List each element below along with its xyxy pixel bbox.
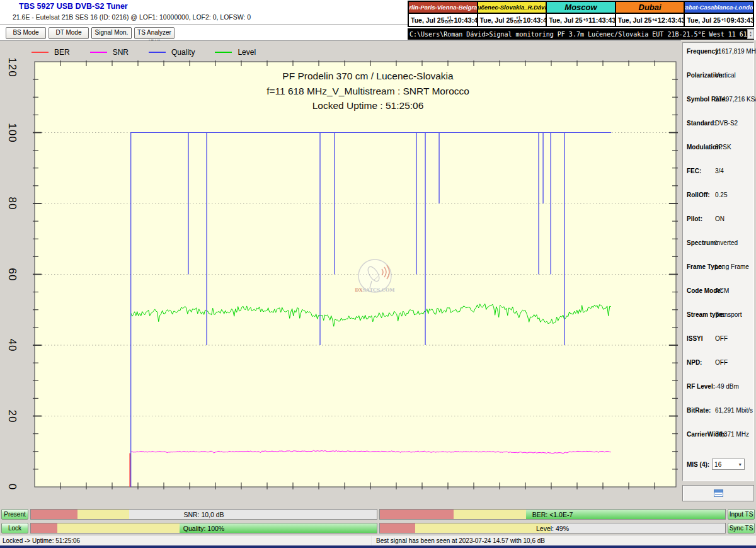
param-value: Transport: [715, 311, 742, 318]
spinner-down-icon[interactable]: ▼: [749, 34, 752, 37]
y-tick-label: 80: [6, 197, 18, 210]
param-value: Long Frame: [715, 263, 749, 270]
mis-dropdown[interactable]: 16▼: [712, 459, 745, 470]
clock-city-label: Berlin-Paris-Vienna-Belgrade: [409, 2, 477, 14]
param-value: 61,291 Mbit/s: [715, 407, 753, 414]
legend-label: Level: [238, 48, 256, 57]
meter-snr-label: SNR: 10,0 dB: [31, 510, 377, 519]
legend-line-swatch: [215, 52, 232, 53]
param-row: ISSYIOFF: [683, 335, 753, 359]
chart-legend: BERSNRQualityLevel: [32, 48, 276, 57]
param-row: FEC:3/4: [683, 168, 753, 191]
lock-uptime-status: Locked -> Uptime: 51:25:06: [3, 537, 80, 544]
y-tick-label: 40: [6, 339, 18, 352]
param-value: OFF: [715, 359, 728, 366]
param-row: Standard:DVB-S2: [683, 120, 753, 144]
legend-item-level: Level: [215, 48, 256, 57]
command-line[interactable]: C:\Users\Roman Dávid>Signal monitoring_P…: [408, 28, 754, 40]
status-bar: Locked -> Uptime: 51:25:06 Best signal h…: [0, 535, 756, 546]
command-line-text: C:\Users\Roman Dávid>Signal monitoring_P…: [408, 31, 747, 38]
tab-signal-mon-[interactable]: Signal Mon.: [91, 27, 132, 39]
y-tick-label: 0: [6, 484, 18, 490]
meters-bar: PresentSNR: 10,0 dBBER: <1.0E-7Input TSL…: [0, 507, 756, 535]
meter-level-label: Level: 49%: [380, 523, 725, 533]
param-value: ON: [715, 215, 724, 222]
clock-time: Tue, Jul 25+1DST10:43:43: [478, 14, 546, 26]
clock-cell: Lučenec-Slovakia_R.DávidTue, Jul 25+1DST…: [478, 2, 547, 26]
meter-snr: SNR: 10,0 dB: [30, 509, 377, 520]
chevron-down-icon: ▼: [738, 462, 742, 467]
param-row: Stream type:Transport: [683, 311, 753, 335]
clock-time-value: 11:43:43: [588, 16, 616, 24]
param-row: Polarization:Vertical: [683, 72, 753, 96]
signal-params-panel: Frequency:11617,819 MHzPolarization:Vert…: [682, 42, 754, 481]
legend-line-swatch: [149, 52, 166, 53]
y-tick-label: 20: [6, 409, 18, 423]
legend-label: Quality: [171, 48, 195, 57]
param-value: -49 dBm: [715, 383, 739, 390]
param-row: Spectrum:Inverted: [683, 239, 753, 263]
param-label: Spectrum:: [687, 239, 718, 246]
panel-toggle-button[interactable]: [682, 485, 754, 501]
clock-city-label: Moscow: [547, 2, 615, 14]
param-label: FEC:: [687, 168, 701, 174]
clock-date: Tue, Jul 25: [411, 16, 445, 24]
clock-date: Tue, Jul 25: [480, 16, 514, 24]
chart-title-line: PF Prodelin 370 cm / Lucenec-Slovakia: [60, 69, 676, 84]
chart-area: BERSNRQualityLevel 120100806040200 PF Pr…: [0, 40, 681, 508]
clock-city-label: Rabat-Casablanca-London: [685, 2, 753, 14]
tab-bs-mode[interactable]: BS Mode: [6, 27, 46, 39]
chart-title-line: f=11 618 MHz_V_Multistream : SNRT Morocc…: [60, 84, 676, 99]
meter-quality: Quality: 100%: [30, 523, 377, 534]
clock-utc-offset: +1DST: [445, 16, 454, 24]
clock-utc-offset: +1DST: [514, 16, 522, 24]
meter-row: LockQuality: 100%Level: 49%Sync TS: [0, 523, 756, 534]
sync-ts-button[interactable]: Sync TS: [728, 523, 755, 534]
app-title: TBS 5927 USB DVB-S2 Tuner: [19, 2, 128, 11]
param-value: 3/4: [715, 168, 724, 174]
lock-button[interactable]: Lock: [1, 523, 28, 534]
clock-time: Tue, Jul 25+412:43:43: [616, 14, 684, 26]
dxsatcs-watermark: DXSATCS.COM: [355, 258, 395, 298]
chart-title: PF Prodelin 370 cm / Lucenec-Slovakiaf=1…: [35, 69, 676, 113]
param-label: RollOff:: [687, 191, 710, 198]
param-value: DVB-S2: [715, 120, 738, 127]
clock-date: Tue, Jul 25: [618, 16, 652, 24]
best-signal-status: Best signal has been seen at 2023-07-24 …: [376, 537, 545, 544]
legend-line-swatch: [32, 52, 49, 53]
param-row: Pilot:ON: [683, 215, 753, 239]
present-button[interactable]: Present: [1, 509, 28, 520]
param-value: 34,371 MHz: [715, 431, 749, 438]
clock-time: Tue, Jul 25+1DST10:43:43: [409, 14, 477, 26]
clock-cell: Rabat-Casablanca-LondonTue, Jul 25+109:4…: [685, 2, 753, 26]
tuner-subtitle: 21.6E - Eutelsat 21B SES 16 (ID: 0216) @…: [13, 13, 251, 21]
param-row: Frame Type:Long Frame: [683, 263, 753, 287]
clock-time: Tue, Jul 25+109:43:43: [685, 14, 753, 26]
param-label: ISSYI: [687, 335, 703, 342]
mode-tabs: BS ModeDT ModeSignal Mon.TS Analyzer (OK…: [6, 27, 175, 39]
svg-text:DXSATCS.COM: DXSATCS.COM: [355, 287, 394, 293]
clock-utc-offset: +4: [652, 18, 656, 22]
clock-utc-offset: +1: [721, 18, 726, 22]
param-row: Modulation:8PSK: [683, 144, 753, 168]
param-label: BitRate:: [687, 407, 711, 414]
meter-ber: BER: <1.0E-7: [379, 509, 726, 520]
input-ts-button[interactable]: Input TS: [728, 509, 755, 520]
param-value: 11617,819 MHz: [715, 48, 756, 55]
mis-row: MIS (4):16▼: [683, 455, 753, 474]
clock-time: Tue, Jul 25+311:43:43: [547, 14, 615, 26]
clock-city-label: Lučenec-Slovakia_R.Dávid: [478, 2, 546, 14]
tab-dt-mode[interactable]: DT Mode: [49, 27, 89, 39]
clock-city-label: Dubai: [616, 2, 684, 14]
clock-time-value: 09:43:43: [726, 16, 754, 24]
clock-time-value: 12:43:43: [658, 16, 685, 24]
param-row: CarrierWidth:34,371 MHz: [683, 431, 753, 455]
legend-item-quality: Quality: [149, 48, 195, 57]
panel-icon: [714, 489, 723, 497]
tab-ts-analyzer-ok-[interactable]: TS Analyzer (OK): [134, 27, 175, 39]
clock-utc-offset: +3: [583, 18, 588, 22]
param-row: RF Level:-49 dBm: [683, 383, 753, 407]
param-value: 0.25: [715, 191, 727, 198]
scroll-spinner[interactable]: ▲ ▼: [747, 29, 754, 39]
chart-title-line: Locked Uptime : 51:25:06: [60, 98, 676, 113]
